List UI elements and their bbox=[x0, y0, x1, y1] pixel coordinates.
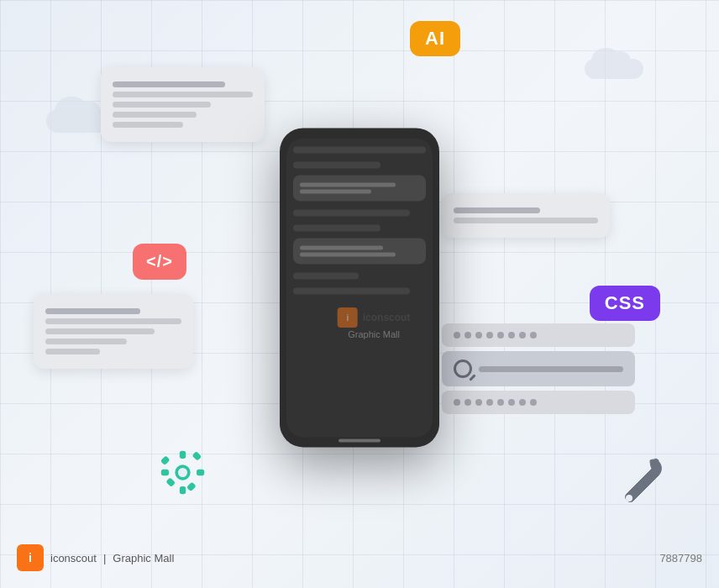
svg-point-1 bbox=[178, 468, 187, 477]
wrench-icon bbox=[618, 454, 664, 508]
phone-bubble-line bbox=[300, 252, 396, 256]
screen-line bbox=[293, 287, 410, 294]
svg-rect-4 bbox=[161, 470, 169, 475]
input-dot bbox=[519, 399, 526, 406]
input-dot bbox=[497, 332, 504, 339]
bubble-line bbox=[113, 92, 253, 97]
phone-bubble-line bbox=[300, 182, 396, 186]
svg-rect-2 bbox=[180, 451, 186, 459]
speech-bubble-left-mid bbox=[34, 294, 193, 369]
gear-icon bbox=[160, 449, 206, 496]
input-dot bbox=[486, 399, 493, 406]
svg-rect-7 bbox=[186, 482, 197, 492]
input-dot bbox=[454, 399, 460, 406]
bubble-line bbox=[45, 349, 100, 354]
phone-screen bbox=[286, 138, 433, 437]
svg-point-10 bbox=[626, 495, 632, 501]
bubble-line bbox=[113, 81, 225, 87]
svg-rect-3 bbox=[180, 486, 186, 494]
svg-rect-9 bbox=[192, 451, 202, 461]
input-dot bbox=[519, 332, 526, 339]
screen-line bbox=[293, 209, 410, 216]
input-dot bbox=[508, 399, 515, 406]
input-dot bbox=[508, 332, 515, 339]
input-dot bbox=[530, 399, 537, 406]
input-dots bbox=[454, 332, 537, 339]
input-field-top bbox=[442, 323, 635, 347]
input-dot bbox=[475, 399, 482, 406]
bubble-line bbox=[454, 218, 598, 223]
watermark-bar: i iconscout | Graphic Mall 7887798 bbox=[0, 544, 719, 571]
iconscout-text: iconscout bbox=[50, 552, 97, 564]
ai-badge: AI bbox=[410, 21, 460, 56]
phone-bubble-line bbox=[300, 189, 371, 193]
bubble-line bbox=[113, 112, 197, 118]
phone-bubble-line bbox=[300, 245, 383, 249]
input-field-search bbox=[442, 351, 635, 386]
illustration-scene: AI </> bbox=[0, 0, 719, 588]
input-bubble bbox=[442, 319, 635, 418]
screen-line bbox=[293, 224, 380, 231]
input-dot bbox=[486, 332, 493, 339]
phone-bubble bbox=[293, 238, 426, 264]
watermark-left: i iconscout | Graphic Mall bbox=[17, 544, 174, 571]
code-badge: </> bbox=[133, 244, 186, 280]
bubble-line bbox=[45, 339, 127, 344]
bubble-line bbox=[113, 122, 183, 128]
input-dot bbox=[464, 399, 471, 406]
speech-bubble-right-mid bbox=[442, 193, 610, 238]
input-dot bbox=[497, 399, 504, 406]
bubble-line bbox=[454, 207, 540, 213]
graphic-mall-text: Graphic Mall bbox=[113, 552, 174, 564]
bubble-line bbox=[45, 328, 155, 334]
input-dots bbox=[454, 399, 537, 406]
input-dot bbox=[464, 332, 471, 339]
svg-rect-5 bbox=[197, 470, 204, 475]
watermark-right: 7887798 bbox=[659, 552, 702, 564]
search-icon bbox=[454, 360, 472, 378]
svg-rect-8 bbox=[165, 477, 176, 487]
input-dot bbox=[475, 332, 482, 339]
bubble-line bbox=[45, 318, 181, 324]
separator: | bbox=[103, 552, 106, 564]
screen-line bbox=[293, 161, 380, 168]
cloud-right bbox=[585, 59, 643, 79]
iconscout-logo: i bbox=[17, 544, 44, 571]
css-badge: CSS bbox=[590, 286, 660, 321]
screen-line bbox=[293, 272, 359, 279]
bubble-line bbox=[113, 102, 211, 108]
input-dot bbox=[454, 332, 460, 339]
phone bbox=[280, 128, 439, 447]
input-dash bbox=[479, 366, 623, 372]
bubble-line bbox=[45, 308, 140, 314]
phone-home-indicator bbox=[339, 438, 380, 442]
speech-bubble-top-left bbox=[101, 67, 265, 142]
asset-id: 7887798 bbox=[659, 552, 702, 564]
screen-line bbox=[293, 146, 426, 153]
phone-bubble bbox=[293, 175, 426, 201]
input-dot bbox=[530, 332, 537, 339]
input-field-bottom bbox=[442, 391, 635, 414]
svg-rect-6 bbox=[160, 455, 171, 465]
